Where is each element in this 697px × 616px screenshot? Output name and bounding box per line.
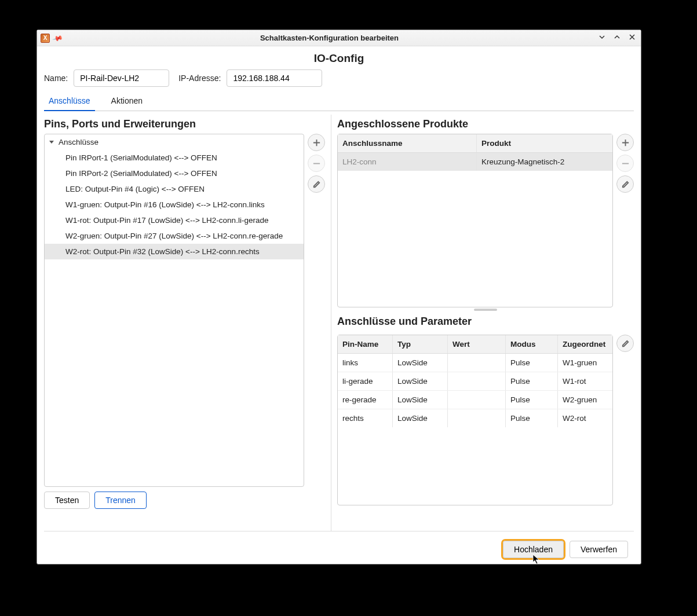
tree-item[interactable]: W2-gruen: Output-Pin #27 (LowSide) <--> … — [45, 228, 304, 244]
cell-pin: links — [338, 354, 393, 372]
chevron-down-icon — [49, 141, 54, 144]
cell-mode: Pulse — [506, 391, 558, 409]
params-col-value: Wert — [448, 335, 506, 353]
params-wrap: Pin-Name Typ Wert Modus Zugeordnet links… — [337, 335, 634, 505]
params-col-mode: Modus — [506, 335, 558, 353]
splitter-grip — [474, 309, 497, 311]
app-icon: X — [41, 34, 50, 43]
left-button-row: Testen Trennen — [44, 492, 325, 509]
cell-mode: Pulse — [506, 409, 558, 427]
params-section-title: Anschlüsse und Parameter — [337, 316, 634, 328]
left-section-title: Pins, Ports und Erweiterungen — [44, 118, 325, 130]
params-col-assigned: Zugeordnet — [558, 335, 612, 353]
titlebar: X 📌 Schaltkasten-Konfiguration bearbeite… — [37, 30, 641, 46]
table-row[interactable]: linksLowSidePulseW1-gruen — [338, 354, 612, 372]
window-title: Schaltkasten-Konfiguration bearbeiten — [62, 34, 597, 42]
close-button[interactable] — [627, 34, 637, 42]
form-row: Name: IP-Adresse: — [44, 69, 634, 87]
cell-pin: re-gerade — [338, 391, 393, 409]
minimize-button[interactable] — [597, 34, 607, 42]
ip-input[interactable] — [227, 69, 322, 87]
tree-sidebuttons — [308, 134, 325, 193]
params-sidebuttons — [616, 335, 634, 505]
tabs: Anschlüsse Aktionen — [44, 93, 634, 111]
edit-param-button[interactable] — [616, 335, 634, 352]
splitter[interactable] — [337, 307, 634, 312]
discard-button[interactable]: Verwerfen — [570, 541, 628, 558]
cell-type: LowSide — [393, 409, 448, 427]
main-columns: Pins, Ports und Erweiterungen Anschlüsse… — [44, 115, 634, 531]
cell-pin: li-gerade — [338, 372, 393, 390]
treebox-wrap: Anschlüsse Pin IRPort-1 (SerialModulated… — [44, 134, 325, 487]
connections-tree[interactable]: Anschlüsse Pin IRPort-1 (SerialModulated… — [44, 134, 304, 487]
cell-type: LowSide — [393, 372, 448, 390]
edit-product-button[interactable] — [616, 175, 634, 193]
upload-label: Hochladen — [514, 545, 553, 554]
params-header: Pin-Name Typ Wert Modus Zugeordnet — [338, 335, 612, 354]
products-col-name: Anschlussname — [338, 134, 477, 152]
add-connection-button[interactable] — [308, 134, 325, 151]
add-product-button[interactable] — [616, 134, 634, 151]
table-row[interactable]: li-geradeLowSidePulseW1-rot — [338, 372, 612, 391]
params-table[interactable]: Pin-Name Typ Wert Modus Zugeordnet links… — [337, 335, 613, 505]
cell-assigned: W1-gruen — [558, 354, 612, 372]
table-row[interactable]: rechtsLowSidePulseW2-rot — [338, 409, 612, 427]
cell-assigned: W2-gruen — [558, 391, 612, 409]
footer: Hochladen Verwerfen — [44, 531, 634, 558]
tree-root[interactable]: Anschlüsse — [45, 134, 304, 150]
cell-name: LH2-conn — [338, 153, 477, 171]
params-col-type: Typ — [393, 335, 448, 353]
cell-type: LowSide — [393, 354, 448, 372]
right-column: Angeschlossene Produkte Anschlussname Pr… — [331, 115, 634, 531]
tree-item[interactable]: W2-rot: Output-Pin #32 (LowSide) <--> LH… — [45, 244, 304, 259]
cell-type: LowSide — [393, 391, 448, 409]
remove-connection-button[interactable] — [308, 155, 325, 172]
cell-value — [448, 409, 506, 427]
tree-item[interactable]: Pin IRPort-1 (SerialModulated) <--> OFFE… — [45, 150, 304, 166]
window-controls — [597, 34, 637, 42]
titlebar-left: X 📌 — [41, 34, 62, 43]
params-col-pin: Pin-Name — [338, 335, 393, 353]
table-row[interactable]: LH2-connKreuzung-Magnetisch-2 — [338, 153, 612, 171]
page-title: IO-Config — [44, 52, 634, 65]
cell-value — [448, 354, 506, 372]
maximize-button[interactable] — [612, 34, 622, 42]
content: IO-Config Name: IP-Adresse: Anschlüsse A… — [37, 46, 641, 564]
products-header: Anschlussname Produkt — [338, 134, 612, 153]
cell-mode: Pulse — [506, 354, 558, 372]
products-sidebuttons — [616, 134, 634, 307]
products-section-title: Angeschlossene Produkte — [337, 118, 634, 130]
test-button[interactable]: Testen — [44, 492, 90, 509]
cell-assigned: W1-rot — [558, 372, 612, 390]
cell-value — [448, 391, 506, 409]
upload-button[interactable]: Hochladen — [503, 541, 564, 558]
ip-label: IP-Adresse: — [178, 74, 221, 83]
separate-button[interactable]: Trennen — [94, 492, 147, 509]
edit-connection-button[interactable] — [308, 175, 325, 193]
tree-item[interactable]: W1-gruen: Output-Pin #16 (LowSide) <--> … — [45, 197, 304, 212]
cell-pin: rechts — [338, 409, 393, 427]
cell-assigned: W2-rot — [558, 409, 612, 427]
cursor-icon — [532, 554, 541, 564]
cell-mode: Pulse — [506, 372, 558, 390]
tree-item[interactable]: W1-rot: Output-Pin #17 (LowSide) <--> LH… — [45, 212, 304, 228]
tree-item[interactable]: Pin IRPort-2 (SerialModulated) <--> OFFE… — [45, 166, 304, 181]
window: X 📌 Schaltkasten-Konfiguration bearbeite… — [37, 30, 641, 564]
tree-item[interactable]: LED: Output-Pin #4 (Logic) <--> OFFEN — [45, 181, 304, 197]
products-col-product: Produkt — [477, 134, 612, 152]
left-column: Pins, Ports und Erweiterungen Anschlüsse… — [44, 115, 325, 531]
name-label: Name: — [44, 74, 68, 83]
cell-value — [448, 372, 506, 390]
tab-connections[interactable]: Anschlüsse — [44, 93, 95, 111]
table-row[interactable]: re-geradeLowSidePulseW2-gruen — [338, 391, 612, 409]
products-wrap: Anschlussname Produkt LH2-connKreuzung-M… — [337, 134, 634, 307]
cell-product: Kreuzung-Magnetisch-2 — [477, 153, 612, 171]
tab-actions[interactable]: Aktionen — [107, 93, 147, 111]
tree-root-label: Anschlüsse — [59, 138, 98, 146]
remove-product-button[interactable] — [616, 155, 634, 172]
name-input[interactable] — [74, 69, 169, 87]
products-table[interactable]: Anschlussname Produkt LH2-connKreuzung-M… — [337, 134, 613, 307]
